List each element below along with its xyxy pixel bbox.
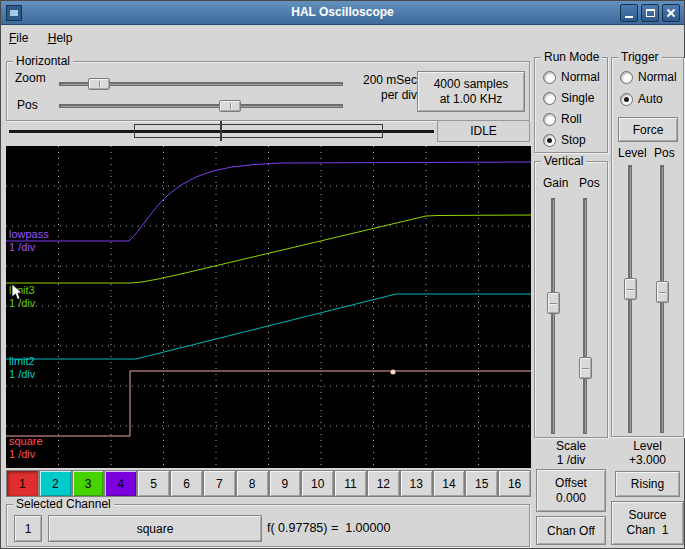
runmode-roll-radio[interactable]: Roll xyxy=(535,112,607,128)
channel-button-8[interactable]: 8 xyxy=(236,470,269,497)
scope-label-limit2[interactable]: limit2 xyxy=(9,355,35,367)
selected-channel-name: square xyxy=(137,522,174,536)
samples-button[interactable]: 4000 samples at 1.00 KHz xyxy=(417,71,525,112)
force-button[interactable]: Force xyxy=(618,117,678,142)
channel-button-label: 7 xyxy=(216,477,223,491)
run-mode-group-label: Run Mode xyxy=(541,50,602,64)
trigger-source-value: Chan 1 xyxy=(626,523,668,538)
selected-channel-name-button[interactable]: square xyxy=(48,515,262,542)
chan-off-button[interactable]: Chan Off xyxy=(536,516,606,545)
channel-button-label: 5 xyxy=(150,477,157,491)
maximize-icon xyxy=(646,9,655,17)
zoom-label: Zoom xyxy=(15,71,46,85)
channel-button-label: 12 xyxy=(377,477,390,491)
offset-button-value: 0.000 xyxy=(556,491,586,506)
channel-button-12[interactable]: 12 xyxy=(367,470,400,497)
channel-button-11[interactable]: 11 xyxy=(334,470,367,497)
radio-label: Auto xyxy=(638,92,663,106)
trigger-edge-button[interactable]: Rising xyxy=(615,471,680,497)
scope-label-lowpass[interactable]: lowpass xyxy=(9,228,49,240)
vertical-pos-slider-handle[interactable] xyxy=(579,357,592,379)
channel-button-label: 6 xyxy=(183,477,190,491)
selected-channel-group: Selected Channel 1 square f( 0.97785) = … xyxy=(6,504,530,547)
vertical-group-label: Vertical xyxy=(541,154,586,168)
radio-circle-checked xyxy=(543,134,556,147)
channel-button-3[interactable]: 3 xyxy=(72,470,105,497)
trigger-pos-label: Pos xyxy=(654,146,675,160)
radio-label: Roll xyxy=(561,112,582,126)
status-text: IDLE xyxy=(470,124,497,138)
channel-button-13[interactable]: 13 xyxy=(400,470,433,497)
channel-button-16[interactable]: 16 xyxy=(498,470,531,497)
radio-circle xyxy=(543,92,556,105)
menu-file[interactable]: File xyxy=(1,25,36,50)
acquisition-status: IDLE xyxy=(437,120,530,142)
channel-button-4[interactable]: 4 xyxy=(104,470,137,497)
selected-channel-group-label: Selected Channel xyxy=(13,497,114,511)
horizontal-group: Horizontal Zoom Pos 200 mSec per div 400… xyxy=(6,61,530,121)
horizontal-group-label: Horizontal xyxy=(13,54,73,68)
scale-readout: Scale 1 /div xyxy=(534,439,608,467)
runmode-single-radio[interactable]: Single xyxy=(535,91,607,107)
maximize-button[interactable] xyxy=(641,4,659,22)
channel-button-5[interactable]: 5 xyxy=(137,470,170,497)
scope-label-square[interactable]: square xyxy=(9,435,43,447)
scope-display[interactable]: lowpass 1 /div limit3 1 /div limit2 1 /d… xyxy=(6,146,531,468)
channel-button-label: 16 xyxy=(508,477,521,491)
channel-button-14[interactable]: 14 xyxy=(433,470,466,497)
gain-slider-handle[interactable] xyxy=(547,292,560,314)
trigger-auto-radio[interactable]: Auto xyxy=(612,92,683,108)
trigger-pos-slider-handle[interactable] xyxy=(656,281,669,303)
samples-line1: 4000 samples xyxy=(434,77,509,92)
vertical-pos-slider-trough[interactable] xyxy=(583,198,587,434)
gain-slider-trough[interactable] xyxy=(551,198,555,434)
titlebar: HAL Oscilloscope xyxy=(1,1,684,25)
level-value: +3.000 xyxy=(611,453,684,467)
channel-button-6[interactable]: 6 xyxy=(170,470,203,497)
hpos-slider-handle[interactable] xyxy=(219,100,241,112)
offset-button[interactable]: Offset 0.000 xyxy=(536,469,606,512)
trigger-group: Trigger Normal Auto Force Level Pos xyxy=(611,57,684,437)
menu-help[interactable]: Help xyxy=(40,25,81,50)
channel-button-10[interactable]: 10 xyxy=(301,470,334,497)
trigger-level-label: Level xyxy=(618,146,647,160)
selected-channel-number-button[interactable]: 1 xyxy=(14,515,42,542)
channel-button-label: 11 xyxy=(344,477,356,491)
close-icon xyxy=(666,8,676,18)
scope-label-lowpass-div: 1 /div xyxy=(9,241,36,253)
hpos-slider-trough[interactable] xyxy=(59,104,343,108)
trigger-level-slider-handle[interactable] xyxy=(624,278,637,300)
trigger-source-button[interactable]: Source Chan 1 xyxy=(611,501,684,545)
radio-label: Single xyxy=(561,91,594,105)
timebase-line2: per div xyxy=(337,88,417,103)
minimize-button[interactable] xyxy=(620,4,638,22)
runmode-normal-radio[interactable]: Normal xyxy=(535,70,607,86)
samples-line2: at 1.00 KHz xyxy=(440,92,503,107)
channel-button-row: 1 2 3 4 5 6 7 8 9 10 11 12 13 14 15 16 xyxy=(6,470,531,497)
channel-button-7[interactable]: 7 xyxy=(203,470,236,497)
channel-button-15[interactable]: 15 xyxy=(465,470,498,497)
trigger-group-label: Trigger xyxy=(618,50,662,64)
offset-button-caption: Offset xyxy=(555,476,587,491)
channel-button-2[interactable]: 2 xyxy=(39,470,72,497)
minimize-icon xyxy=(625,16,633,18)
zoom-slider-handle[interactable] xyxy=(88,78,110,90)
trigger-edge-label: Rising xyxy=(631,477,664,491)
cursor-readout: f( 0.97785) = 1.00000 xyxy=(267,521,390,535)
close-button[interactable] xyxy=(662,4,680,22)
trigger-source-caption: Source xyxy=(628,508,666,523)
scale-value: 1 /div xyxy=(534,453,608,467)
record-view-window[interactable] xyxy=(134,124,383,138)
runmode-stop-radio[interactable]: Stop xyxy=(535,133,607,149)
window-title: HAL Oscilloscope xyxy=(1,5,684,19)
channel-button-label: 10 xyxy=(311,477,324,491)
radio-circle-checked xyxy=(620,93,633,106)
vpos-label: Pos xyxy=(579,176,600,190)
trigger-normal-radio[interactable]: Normal xyxy=(612,70,683,86)
channel-button-9[interactable]: 9 xyxy=(269,470,302,497)
scope-label-limit2-div: 1 /div xyxy=(9,368,36,380)
radio-label: Stop xyxy=(561,133,586,147)
channel-button-1[interactable]: 1 xyxy=(6,470,39,497)
channel-button-label: 9 xyxy=(282,477,289,491)
vertical-group: Vertical Gain Pos xyxy=(534,161,608,438)
